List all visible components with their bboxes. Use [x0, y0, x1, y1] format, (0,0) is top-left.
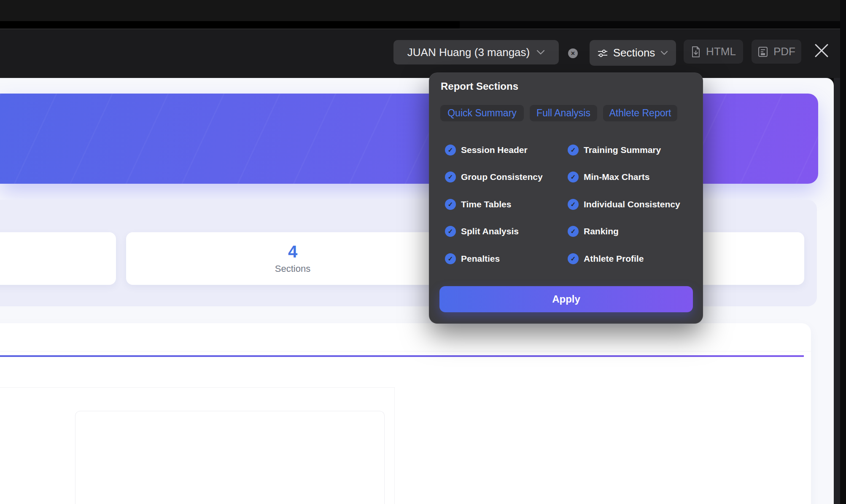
- sections-button-label: Sections: [613, 46, 655, 59]
- column-divider: [394, 387, 395, 504]
- report-preview-surface: 4 Sections 15,06 15,06 15,06: [0, 78, 834, 504]
- section-toggle-athlete-profile[interactable]: ✓ Athlete Profile: [568, 252, 644, 265]
- section-toggle-penalties[interactable]: ✓ Penalties: [445, 252, 500, 265]
- window-top-bar: [0, 0, 846, 21]
- section-accent-divider: [0, 355, 804, 357]
- preset-full-analysis[interactable]: Full Analysis: [530, 105, 597, 121]
- checkbox-checked-icon: ✓: [445, 172, 456, 182]
- export-pdf-button[interactable]: PDF: [752, 40, 801, 64]
- clear-icon: ×: [571, 50, 575, 57]
- stat-card-sections: 4 Sections: [126, 232, 459, 285]
- page-background-right: [840, 0, 846, 504]
- checkbox-checked-icon: ✓: [568, 145, 579, 155]
- athlete-selector-dropdown[interactable]: JUAN Huang (3 mangas): [393, 40, 559, 64]
- close-icon: [813, 42, 830, 59]
- section-toggle-group-consistency[interactable]: ✓ Group Consistency: [445, 171, 543, 183]
- checkbox-checked-icon: ✓: [568, 226, 579, 237]
- checkbox-checked-icon: ✓: [445, 253, 456, 264]
- sliders-icon: [597, 48, 608, 58]
- window-black-strip: [0, 21, 460, 29]
- section-toggle-individual-consistency[interactable]: ✓ Individual Consistency: [568, 198, 680, 211]
- close-modal-button[interactable]: [812, 41, 831, 60]
- html-button-label: HTML: [706, 45, 736, 58]
- window-black-strip-right: [460, 21, 846, 29]
- checkbox-checked-icon: ✓: [568, 199, 579, 210]
- checkbox-checked-icon: ✓: [445, 199, 456, 210]
- section-hairline: [0, 387, 394, 388]
- checkbox-checked-icon: ✓: [568, 253, 579, 264]
- section-toggle-session-header[interactable]: ✓ Session Header: [445, 144, 528, 156]
- export-report-modal: 4 Sections 15,06 15,06 15,06 JUAN Huang …: [0, 0, 846, 504]
- section-toggle-ranking[interactable]: ✓ Ranking: [568, 225, 619, 238]
- min-max-chart-card: 15,06 15,06 15,06: [75, 411, 385, 504]
- stat-label: Sections: [275, 263, 310, 274]
- clear-selection-button[interactable]: ×: [568, 48, 578, 58]
- stat-card-fragment-left: [0, 232, 116, 285]
- section-toggle-training-summary[interactable]: ✓ Training Summary: [568, 144, 661, 156]
- section-toggle-time-tables[interactable]: ✓ Time Tables: [445, 198, 511, 211]
- sections-menu-button[interactable]: Sections: [590, 40, 676, 66]
- chevron-down-icon: [660, 51, 668, 56]
- apply-button[interactable]: Apply: [439, 286, 693, 312]
- chevron-down-icon: [536, 50, 545, 55]
- export-html-button[interactable]: HTML: [684, 40, 743, 64]
- section-toggle-min-max-charts[interactable]: ✓ Min-Max Charts: [568, 171, 649, 183]
- checkbox-checked-icon: ✓: [445, 226, 456, 237]
- athlete-selector-label: JUAN Huang (3 mangas): [407, 46, 530, 59]
- report-content-card: 15,06 15,06 15,06: [0, 323, 811, 504]
- popover-title: Report Sections: [441, 80, 518, 92]
- preset-quick-summary[interactable]: Quick Summary: [440, 105, 524, 121]
- stat-value: 4: [288, 243, 297, 260]
- section-hairline-top: [0, 351, 811, 351]
- page-background-gap: [834, 78, 840, 504]
- pdf-button-label: PDF: [773, 45, 795, 58]
- pdf-file-icon: [757, 46, 768, 57]
- section-toggle-split-analysis[interactable]: ✓ Split Analysis: [445, 225, 519, 238]
- preset-athlete-report[interactable]: Athlete Report: [603, 105, 677, 121]
- checkbox-checked-icon: ✓: [445, 145, 456, 155]
- report-sections-popover: Report Sections Quick Summary Full Analy…: [429, 72, 703, 324]
- html-file-download-icon: [691, 46, 701, 58]
- checkbox-checked-icon: ✓: [568, 172, 579, 182]
